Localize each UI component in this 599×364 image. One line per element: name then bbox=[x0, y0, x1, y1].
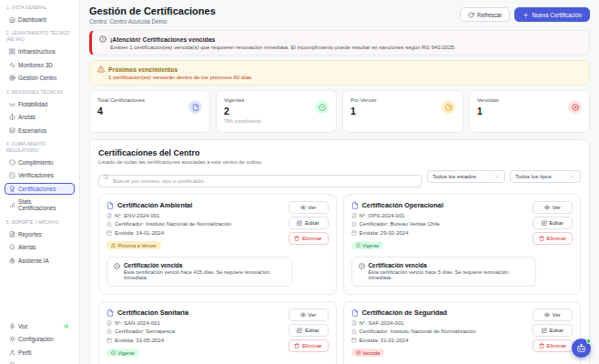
sidebar-item-stats-certificaciones[interactable]: Stats Certificaciones bbox=[5, 196, 75, 214]
bar-chart-icon bbox=[9, 202, 15, 208]
certification-card-seguridad: Certificación de Seguridad N°: SAF-2024-… bbox=[343, 301, 582, 364]
search-input[interactable] bbox=[98, 175, 422, 187]
eye-icon bbox=[300, 205, 306, 210]
card-number: N°: OPS-2024-001 bbox=[360, 213, 405, 218]
delete-button[interactable]: Eliminar bbox=[289, 232, 329, 245]
card-number: N°: ENV-2024-001 bbox=[115, 213, 159, 218]
sidebar-item-cumplimiento[interactable]: Cumplimiento bbox=[5, 157, 75, 168]
card-issued: Emitida: 31-05-2024 bbox=[115, 338, 164, 343]
anchor-icon bbox=[9, 114, 15, 120]
view-button[interactable]: Ver bbox=[289, 308, 329, 321]
calendar-icon bbox=[351, 338, 357, 343]
alert-triangle-icon bbox=[97, 66, 105, 73]
sidebar-item-dashboard[interactable]: Dashboard bbox=[5, 14, 75, 25]
assistant-chat-button[interactable] bbox=[572, 339, 591, 358]
sidebar-item-label: Monitoreo 3D bbox=[18, 62, 53, 68]
search-box bbox=[98, 170, 422, 187]
card-title: Certificación de Seguridad bbox=[362, 308, 448, 317]
bot-icon bbox=[576, 343, 586, 353]
mic-icon bbox=[9, 323, 15, 329]
section-title: Certificaciones del Centro bbox=[98, 148, 581, 157]
delete-button[interactable]: Eliminar bbox=[289, 339, 329, 352]
view-button[interactable]: Ver bbox=[533, 201, 573, 214]
document-icon bbox=[351, 202, 359, 209]
sidebar-item-reportes[interactable]: Reportes bbox=[5, 228, 75, 240]
edit-button[interactable]: Editar bbox=[533, 324, 573, 337]
building-icon bbox=[107, 329, 112, 334]
card-issued: Emitida: 14-01-2024 bbox=[115, 230, 164, 236]
sidebar-item-label: Asistente IA bbox=[18, 258, 49, 264]
delete-button[interactable]: Eliminar bbox=[533, 339, 573, 352]
sidebar-item-monitoreo-3d[interactable]: Monitoreo 3D bbox=[5, 59, 75, 71]
card-title: Certificación Ambiental bbox=[117, 201, 192, 209]
search-icon bbox=[103, 174, 109, 180]
filter-types-select[interactable]: Todos los tipos bbox=[510, 170, 581, 183]
filter-states-select[interactable]: Todos los estados bbox=[427, 170, 505, 183]
edit-button[interactable]: Editar bbox=[289, 324, 329, 337]
sidebar-item-voz[interactable]: Voz bbox=[5, 320, 75, 332]
page-subtitle: Centro: Centro Acuícola Demo bbox=[89, 18, 216, 25]
card-certifier: Certificador: Bureau Veritas Chile bbox=[360, 221, 441, 227]
alert-triangle-icon bbox=[111, 243, 117, 248]
sidebar-item-infraestructura[interactable]: Infraestructura bbox=[5, 46, 75, 57]
calendar-icon bbox=[107, 230, 112, 236]
sidebar-item-certificaciones[interactable]: Certificaciones bbox=[5, 183, 75, 195]
view-button[interactable]: Ver bbox=[533, 308, 573, 321]
status-badge: Vencida bbox=[351, 349, 385, 357]
sidebar-item-partial[interactable] bbox=[5, 359, 75, 364]
edit-button[interactable]: Editar bbox=[533, 217, 573, 229]
card-title: Certificación Operacional bbox=[362, 201, 444, 209]
certifications-section: Certificaciones del Centro Listado de to… bbox=[89, 139, 590, 364]
certification-card-sanitaria: Certificación Sanitaria N°: SAN-2024-001… bbox=[98, 301, 337, 364]
eye-icon bbox=[300, 312, 306, 318]
delete-button[interactable]: Eliminar bbox=[533, 232, 573, 245]
sidebar-item-label: Reportes bbox=[18, 231, 42, 238]
sidebar-item-asistente-ia[interactable]: Asistente IA bbox=[5, 255, 75, 267]
sidebar-item-label: Voz bbox=[18, 323, 28, 329]
sidebar-item-gestion-centro[interactable]: Gestión Centro bbox=[5, 72, 75, 84]
file-icon bbox=[9, 231, 15, 238]
edit-icon bbox=[542, 328, 547, 333]
sidebar-item-verificaciones[interactable]: Verificaciones bbox=[5, 169, 75, 181]
sidebar-section-label: 3. REVISIONES TÉCNICAS bbox=[6, 90, 73, 96]
check-circle-icon bbox=[111, 350, 117, 356]
chevron-down-icon bbox=[570, 174, 575, 179]
sidebar-item-configuracion[interactable]: Configuración bbox=[5, 333, 75, 345]
user-icon bbox=[9, 349, 15, 356]
status-badge: Vigente bbox=[351, 241, 384, 249]
refresh-button[interactable]: Refrescar bbox=[460, 7, 510, 22]
check-circle-icon bbox=[319, 104, 326, 111]
trash-icon bbox=[539, 236, 544, 241]
alert-text: Existen 1 certificación(es) vencida(s) q… bbox=[110, 45, 582, 50]
calendar-icon bbox=[107, 338, 112, 343]
alert-title: ¡Atención! Certificaciones vencidas bbox=[110, 36, 215, 43]
sidebar-item-anclas[interactable]: Anclas bbox=[5, 111, 75, 123]
circle-icon bbox=[9, 159, 15, 166]
sidebar-item-perfil[interactable]: Perfil bbox=[5, 347, 75, 359]
check-circle-icon bbox=[356, 243, 361, 248]
new-certification-button[interactable]: Nueva Certificación bbox=[514, 7, 590, 22]
file-icon bbox=[107, 320, 112, 326]
sidebar-item-label: Gestión Centro bbox=[18, 75, 56, 81]
sidebar-item-label: Dashboard bbox=[18, 16, 46, 23]
trash-icon bbox=[294, 343, 300, 349]
refresh-icon bbox=[468, 12, 474, 18]
page-title: Gestión de Certificaciones bbox=[89, 5, 216, 16]
file-icon bbox=[351, 213, 357, 218]
sidebar-item-label: Perfil bbox=[18, 349, 31, 356]
view-button[interactable]: Ver bbox=[289, 201, 329, 214]
sidebar-item-escenarios[interactable]: Escenarios bbox=[5, 125, 75, 136]
edit-icon bbox=[542, 220, 547, 226]
alert-circle-icon bbox=[114, 263, 120, 269]
sidebar-item-label: Certificaciones bbox=[18, 186, 56, 192]
status-badge: Próxima a Vencer bbox=[107, 241, 161, 249]
clock-icon bbox=[445, 104, 452, 111]
sidebar-item-flotabilidad[interactable]: Flotabilidad bbox=[5, 98, 75, 110]
edit-icon bbox=[297, 220, 302, 226]
wave-icon bbox=[9, 101, 15, 107]
edit-button[interactable]: Editar bbox=[289, 217, 329, 229]
gear-icon bbox=[9, 336, 15, 342]
sidebar-item-alertas[interactable]: Alertas bbox=[5, 241, 75, 253]
chevron-down-icon bbox=[494, 174, 500, 179]
x-circle-icon bbox=[572, 104, 579, 111]
